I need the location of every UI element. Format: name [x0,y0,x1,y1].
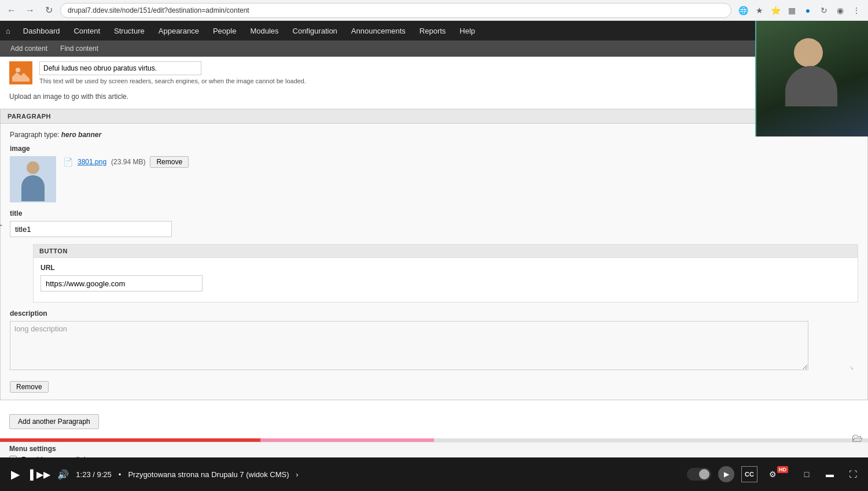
progress-bar-red [0,438,260,442]
main-content: This text will be used by screen readers… [0,57,868,491]
cc-button[interactable]: CC [741,466,757,482]
nav-home[interactable]: ⌂ [0,21,16,40]
nav-structure[interactable]: Structure [107,21,152,40]
time-current: 1:23 [76,470,90,479]
separator: • [119,470,122,479]
skip-button[interactable]: ▌▶▶ [30,469,50,480]
file-icon: 📄 [63,157,73,167]
address-bar[interactable]: drupal7.ddev.site/node/151/edit?destinat… [60,3,731,18]
play-button[interactable]: ▶ [7,466,23,482]
time-display: 1:23 / 9:25 [76,470,111,479]
extensions-icon[interactable]: ◉ [833,3,847,17]
file-size: (23.94 MB) [111,158,145,166]
nav-announcements[interactable]: Announcements [344,21,413,40]
paragraph-header: PARAGRAPH [1,109,867,124]
forward-button[interactable]: → [23,3,37,17]
time-total: 9:25 [97,470,112,479]
autoplay-toggle[interactable] [687,468,711,481]
nav-appearance[interactable]: Appearance [152,21,206,40]
autoplay-play[interactable]: ▶ [718,466,734,482]
volume-button[interactable]: 🔊 [57,469,69,480]
back-button[interactable]: ← [5,3,19,17]
next-arrow[interactable]: › [296,470,298,479]
resize-handle: ↘ [849,364,854,371]
button-subsection-header: BUTTON [34,245,858,258]
image-field-row: 📄 3801.png (23.94 MB) Remove [10,156,858,202]
extension-icon[interactable]: ⭐ [768,3,782,17]
autoplay-knob [699,469,709,479]
button-subsection: BUTTON URL [33,244,858,302]
dropper-icon: 🗁 [852,431,863,445]
theater-button[interactable]: ▬ [822,466,838,482]
description-field-label: description [10,309,858,318]
person-body [785,66,837,106]
svg-point-1 [16,68,20,72]
paragraph-remove-button[interactable]: Remove [10,381,49,393]
nav-reports[interactable]: Reports [413,21,453,40]
file-link[interactable]: 3801.png [78,158,106,166]
url-text: drupal7.ddev.site/node/151/edit?destinat… [68,6,249,14]
mini-player-button[interactable]: □ [799,466,815,482]
add-item-icon[interactable]: + [0,220,5,231]
hd-badge: HD [777,466,788,473]
description-textarea[interactable] [10,321,808,370]
add-paragraph-section: Add another Paragraph [0,405,868,438]
paragraph-type-value: hero banner [61,131,101,139]
alt-text-help: This text will be used by screen readers… [39,77,859,84]
title-input[interactable] [10,221,172,237]
progress-area [0,438,868,442]
image-file-info: 📄 3801.png (23.94 MB) Remove [63,156,189,168]
image-preview-thumb [9,61,32,84]
thumbnail-body [21,175,45,201]
translate-icon[interactable]: 🌐 [736,3,750,17]
nav-content[interactable]: Content [67,21,107,40]
drupal-icon[interactable]: ● [801,3,815,17]
webcam-overlay [755,21,868,136]
alt-text-input[interactable] [39,61,201,75]
video-title: Przygotowana strona na Drupalu 7 (widok … [128,470,680,479]
url-field-label: URL [41,264,851,272]
image-remove-button[interactable]: Remove [150,156,189,168]
thumbnail-head [27,161,39,174]
paragraph-container: PARAGRAPH Paragraph type: hero banner im… [0,109,868,400]
description-field: description long description ↘ [10,309,858,372]
webcam-person [756,21,868,136]
image-text-info: This text will be used by screen readers… [39,61,859,84]
image-field-label: image [10,145,858,153]
browser-bar: ← → ↻ drupal7.ddev.site/node/151/edit?de… [0,0,868,21]
person-head [794,38,823,67]
find-content-link[interactable]: Find content [54,40,104,57]
admin-nav: ⌂ Dashboard Content Structure Appearance… [0,21,868,40]
add-content-link[interactable]: Add content [5,40,53,57]
nav-help[interactable]: Help [453,21,482,40]
fullscreen-button[interactable]: ⛶ [845,466,861,482]
reload-button[interactable]: ↻ [42,3,56,17]
settings-area: ⚙ HD [764,466,792,482]
button-subsection-body: URL [34,258,858,302]
nav-modules[interactable]: Modules [243,21,285,40]
add-paragraph-button[interactable]: Add another Paragraph [9,414,99,429]
title-field-label: title [10,209,858,217]
sync-icon[interactable]: ↻ [817,3,831,17]
image-section: This text will be used by screen readers… [0,57,868,89]
image-file-details: 📄 3801.png (23.94 MB) Remove [63,156,189,170]
nav-dashboard[interactable]: Dashboard [16,21,67,40]
video-player: ▶ ▌▶▶ 🔊 1:23 / 9:25 • Przygotowana stron… [0,457,868,491]
url-field: URL [41,264,851,291]
url-input[interactable] [41,275,203,291]
star-icon[interactable]: ★ [752,3,766,17]
browser-icons: 🌐 ★ ⭐ ▦ ● ↻ ◉ ⋮ [736,3,863,17]
progress-bar-pink [260,438,434,442]
image-thumbnail [10,156,56,202]
paragraph-body: Paragraph type: hero banner image 📄 3801… [1,124,867,400]
secondary-nav: Add content Find content [0,40,868,57]
menu-settings-title: Menu settings [9,445,859,453]
nav-people[interactable]: People [206,21,243,40]
rss-icon[interactable]: ▦ [785,3,799,17]
upload-hint: Upload an image to go with this article. [0,89,868,104]
title-field: title + [10,209,858,237]
menu-icon[interactable]: ⋮ [849,3,863,17]
nav-configuration[interactable]: Configuration [286,21,344,40]
paragraph-type-label: Paragraph type: hero banner [10,131,858,139]
